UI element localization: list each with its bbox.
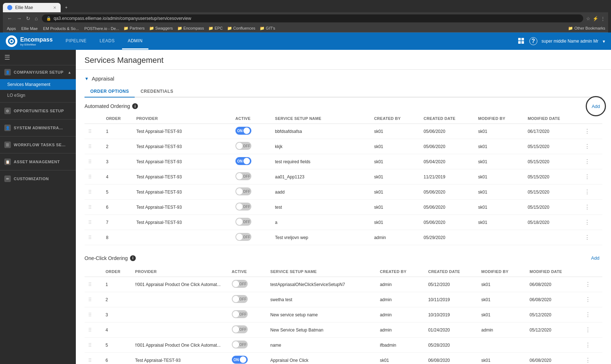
more-menu-icon[interactable]: ⋮ [582, 218, 592, 226]
drag-handle[interactable]: ⠿ [84, 307, 102, 322]
nav-pipeline[interactable]: PIPELINE [60, 33, 92, 49]
drag-handle-icon[interactable]: ⠿ [88, 327, 94, 333]
drag-handle[interactable]: ⠿ [84, 124, 102, 139]
drag-handle-icon[interactable]: ⠿ [88, 204, 94, 210]
more-menu-icon[interactable]: ⋮ [582, 234, 592, 241]
url-box[interactable]: 🔒 qa3.encompass.elliemae.io/admin/compan… [42, 14, 583, 22]
more-menu-icon[interactable]: ⋮ [583, 356, 593, 364]
sidebar-section-customization-header[interactable]: ✏ CUSTOMIZATION [0, 172, 76, 186]
bookmark-encompass[interactable]: 📁 Encompass [177, 26, 204, 31]
drag-handle[interactable]: ⠿ [84, 338, 102, 353]
toggle-on[interactable]: ON [232, 356, 248, 364]
new-tab-button[interactable]: + [62, 4, 74, 12]
more-menu-cell[interactable]: ⋮ [579, 338, 602, 353]
more-menu-cell[interactable]: ⋮ [579, 307, 602, 322]
bookmark-confluences[interactable]: 📁 Confluences [227, 26, 255, 31]
more-menu-icon[interactable]: ⋮ [582, 173, 592, 181]
sidebar-item-services-management[interactable]: Services Management [0, 79, 76, 90]
tab-order-options[interactable]: ORDER OPTIONS [84, 86, 135, 98]
sidebar-section-workflow-header[interactable]: ☰ WORKFLOW TASKS SE... [0, 138, 76, 152]
toggle-off[interactable]: OFF [232, 325, 248, 333]
more-menu-cell[interactable]: ⋮ [579, 322, 602, 338]
menu-icon[interactable]: ⋮ [601, 16, 605, 21]
active-cell[interactable]: OFF [228, 322, 267, 338]
drag-handle[interactable]: ⠿ [84, 154, 102, 169]
toggle-off[interactable]: OFF [232, 295, 248, 303]
reload-button[interactable]: ↻ [25, 15, 32, 22]
tab-credentials[interactable]: CREDENTIALS [135, 86, 179, 98]
bookmark-apps[interactable]: Apps [6, 26, 16, 31]
drag-handle-icon[interactable]: ⠿ [88, 312, 94, 318]
help-icon[interactable]: ? [529, 37, 537, 45]
bookmark-elliemae[interactable]: Ellie Mae [20, 26, 38, 31]
nav-leads[interactable]: LEADS [94, 33, 121, 49]
drag-handle[interactable]: ⠿ [84, 139, 102, 154]
bookmark-posthere[interactable]: POSThere.io - De... [83, 26, 119, 31]
more-menu-icon[interactable]: ⋮ [582, 158, 592, 165]
drag-handle-icon[interactable]: ⠿ [88, 235, 94, 240]
toggle-off[interactable]: OFF [232, 341, 248, 348]
active-cell[interactable]: ON [228, 353, 267, 364]
forward-button[interactable]: → [15, 15, 23, 22]
toggle-on[interactable]: ON [235, 157, 251, 165]
sidebar-menu-icon[interactable]: ☰ [4, 53, 10, 61]
toggle-off[interactable]: OFF [235, 233, 251, 241]
more-menu-icon[interactable]: ⋮ [583, 311, 593, 318]
add-automated-button[interactable]: Add [589, 102, 603, 110]
drag-handle[interactable]: ⠿ [84, 200, 102, 215]
bookmark-epc[interactable]: 📁 EPC [208, 26, 223, 31]
toggle-off[interactable]: OFF [232, 280, 248, 288]
more-menu-cell[interactable]: ⋮ [578, 169, 602, 185]
appraisal-chevron-icon[interactable]: ▼ [84, 76, 89, 81]
toggle-off[interactable]: OFF [235, 172, 251, 180]
more-menu-icon[interactable]: ⋮ [583, 341, 593, 349]
nav-admin[interactable]: ADMIN [122, 33, 148, 49]
drag-handle[interactable]: ⠿ [84, 185, 102, 200]
more-menu-cell[interactable]: ⋮ [578, 200, 602, 215]
active-cell[interactable]: OFF [228, 338, 267, 353]
active-cell[interactable]: OFF [232, 215, 272, 230]
bookmark-gits[interactable]: 📁 GIT's [260, 26, 275, 31]
more-menu-icon[interactable]: ⋮ [583, 296, 593, 303]
more-menu-icon[interactable]: ⋮ [583, 281, 593, 288]
drag-handle[interactable]: ⠿ [84, 353, 102, 364]
drag-handle[interactable]: ⠿ [84, 292, 102, 307]
more-menu-cell[interactable]: ⋮ [578, 139, 602, 154]
drag-handle[interactable]: ⠿ [84, 277, 102, 292]
extensions-icon[interactable]: ⚡ [593, 16, 598, 21]
bookmark-em-products[interactable]: EM Products & So... [42, 26, 79, 31]
active-cell[interactable]: ON [232, 154, 272, 169]
drag-handle[interactable]: ⠿ [84, 169, 102, 185]
toggle-on[interactable]: ON [235, 127, 251, 135]
drag-handle-icon[interactable]: ⠿ [88, 297, 94, 303]
bookmark-swaggers[interactable]: 📁 Swaggers [149, 26, 173, 31]
more-menu-cell[interactable]: ⋮ [578, 185, 602, 200]
active-cell[interactable]: OFF [232, 169, 272, 185]
drag-handle[interactable]: ⠿ [84, 322, 102, 338]
sidebar-section-asset-header[interactable]: 📋 ASSET MANAGEMENT [0, 155, 76, 169]
bookmark-partners[interactable]: 📁 Partners [124, 26, 145, 31]
bookmark-other[interactable]: 📁 Other Bookmarks [568, 26, 605, 31]
drag-handle-icon[interactable]: ⠿ [88, 189, 94, 195]
automated-ordering-info-icon[interactable]: i [132, 103, 138, 109]
active-tab[interactable]: Ellie Mae ✕ [3, 3, 61, 12]
active-cell[interactable]: OFF [232, 200, 272, 215]
more-menu-cell[interactable]: ⋮ [579, 353, 602, 364]
sidebar-item-lo-esign[interactable]: LO eSign [0, 90, 76, 101]
more-menu-cell[interactable]: ⋮ [578, 154, 602, 169]
one-click-ordering-info-icon[interactable]: i [130, 255, 136, 261]
bookmark-star-icon[interactable]: ☆ [586, 16, 590, 21]
active-cell[interactable]: OFF [232, 139, 272, 154]
active-cell[interactable]: OFF [228, 307, 267, 322]
drag-handle-icon[interactable]: ⠿ [88, 358, 94, 363]
more-menu-cell[interactable]: ⋮ [579, 277, 602, 292]
more-menu-icon[interactable]: ⋮ [582, 203, 592, 211]
more-menu-cell[interactable]: ⋮ [578, 124, 602, 139]
user-dropdown-icon[interactable]: ▾ [603, 39, 605, 44]
drag-handle-icon[interactable]: ⠿ [88, 129, 94, 134]
active-cell[interactable]: OFF [228, 277, 267, 292]
more-menu-icon[interactable]: ⋮ [582, 127, 592, 135]
active-cell[interactable]: ON [232, 124, 272, 139]
more-menu-cell[interactable]: ⋮ [578, 215, 602, 230]
more-menu-icon[interactable]: ⋮ [582, 188, 592, 196]
